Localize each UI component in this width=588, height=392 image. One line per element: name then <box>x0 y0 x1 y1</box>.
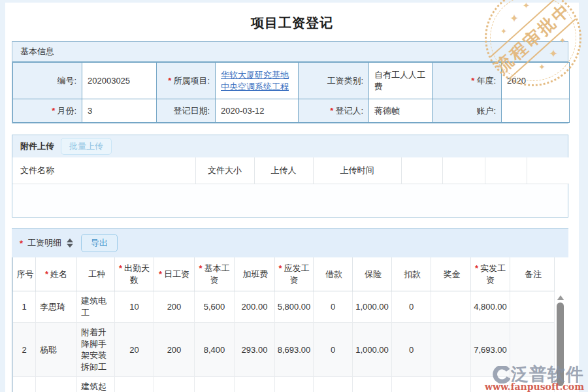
table-row: 文件名称 文件大小 上传人 上传时间 <box>12 157 569 184</box>
attachments-section: 附件上传 批量上传 文件名称 文件大小 上传人 上传时间 <box>12 135 568 218</box>
table-row: 序号 *姓名 工种 *出勤天数 *日工资 *基本工资 加班费 *应发工资 借款 … <box>13 257 570 291</box>
fanpu-logo-icon <box>493 366 510 384</box>
cell: 1,000.00 <box>353 291 392 323</box>
column-header: 扣款 <box>392 257 431 291</box>
cell: 200.00 <box>235 291 275 323</box>
cell: 3 <box>13 377 36 392</box>
cell: 200 <box>154 377 195 392</box>
salary-detail-header-bar: * 工资明细 导出 <box>12 229 568 257</box>
cell: 0 <box>314 323 353 377</box>
table-row: 1 李思琦 建筑电工 10 200 5,600 200.00 5,800.00 … <box>13 291 570 323</box>
attachments-header-bar: 附件上传 批量上传 <box>12 135 568 157</box>
cell: 0 <box>392 323 431 377</box>
field-label: 账户: <box>433 99 502 123</box>
field-label: 编号: <box>13 63 82 99</box>
attachments-table: 文件名称 文件大小 上传人 上传时间 <box>12 157 569 184</box>
field-label: 工资类别: <box>299 63 369 99</box>
field-value <box>502 99 570 123</box>
cell: 0 <box>392 377 431 392</box>
cell: 附着升降脚手架安装拆卸工 <box>77 323 115 377</box>
column-header: *基本工资 <box>195 257 235 291</box>
field-label: *年度: <box>433 63 502 99</box>
salary-detail-title: 工资明细 <box>27 237 61 249</box>
column-header: 加班费 <box>235 257 275 291</box>
batch-upload-button[interactable]: 批量上传 <box>61 138 112 155</box>
column-header: 工种 <box>77 257 115 291</box>
cell: 杨聪 <box>36 323 77 377</box>
cell: 5,600 <box>195 377 235 392</box>
export-button[interactable]: 导出 <box>81 234 118 252</box>
column-header-empty <box>442 157 485 184</box>
column-header: *姓名 <box>36 257 77 291</box>
column-header: 上传人 <box>254 157 313 184</box>
column-header: *出勤天数 <box>115 257 154 291</box>
cell <box>431 323 471 377</box>
cell: 建筑电工 <box>77 291 115 323</box>
scroll-up-icon[interactable] <box>557 295 564 300</box>
cell: 2 <box>13 323 36 377</box>
table-row: 编号: 202003025 *所属项目: 华软大厦研究基地中央空调系统工程 工资… <box>13 63 570 99</box>
cell: 5,800.00 <box>275 291 314 323</box>
column-header: 文件名称 <box>12 157 195 184</box>
column-header: 文件大小 <box>195 157 254 184</box>
cell: 20 <box>115 323 154 377</box>
attachments-empty-area <box>12 184 568 217</box>
column-header: *应发工资 <box>275 257 314 291</box>
field-value: 202003025 <box>82 63 157 99</box>
cell: 1 <box>13 291 36 323</box>
column-header-empty <box>401 157 442 184</box>
cell: 5,600 <box>195 291 235 323</box>
page-sheet: 项目工资登记 基本信息 编号: 202003025 *所属项目: 华软大厦研究基… <box>5 3 579 392</box>
field-value: 2020-03-12 <box>216 99 299 123</box>
sort-icon[interactable] <box>67 238 73 248</box>
cell: 0 <box>392 291 431 323</box>
project-link[interactable]: 华软大厦研究基地中央空调系统工程 <box>221 70 289 91</box>
cell <box>431 377 471 392</box>
page-title: 项目工资登记 <box>5 3 579 32</box>
cell: 8,400 <box>195 323 235 377</box>
field-label: 登记日期: <box>157 99 216 123</box>
cell: 李思琦 <box>36 291 77 323</box>
cell: 8,693.00 <box>275 323 314 377</box>
field-value: 华软大厦研究基地中央空调系统工程 <box>216 63 299 99</box>
cell: 建筑起重机械安装拆卸工 <box>77 377 115 392</box>
cell: 0 <box>314 377 353 392</box>
column-header: *实发工资 <box>471 257 510 291</box>
cell: 0 <box>314 291 353 323</box>
column-header-empty <box>485 157 527 184</box>
column-header: 借款 <box>314 257 353 291</box>
cell: 30 <box>115 377 154 392</box>
field-value: 3 <box>82 99 157 123</box>
column-header: 上传时间 <box>313 157 401 184</box>
cell: 200 <box>154 323 195 377</box>
cell: 1,000.00 <box>353 323 392 377</box>
cell: 390.00 <box>235 377 275 392</box>
field-label: *月份: <box>13 99 82 123</box>
field-value: 蒋德帧 <box>369 99 433 123</box>
column-header: 备注 <box>510 257 555 291</box>
attachments-title: 附件上传 <box>20 140 54 152</box>
cell: 5,990.00 <box>275 377 314 392</box>
cell: 4,800.00 <box>471 291 510 323</box>
field-label: *所属项目: <box>157 63 216 99</box>
column-header: 保险 <box>353 257 392 291</box>
cell: 1,000.00 <box>353 377 392 392</box>
field-value: 自有工人人工费 <box>369 63 433 99</box>
cell: 10 <box>115 291 154 323</box>
cell: 杨力 <box>36 377 77 392</box>
brand-url: www.fanpusoft.com <box>485 382 584 392</box>
field-value: 2020 <box>502 63 570 99</box>
cell <box>431 291 471 323</box>
column-header-empty <box>527 157 569 184</box>
basic-info-table: 编号: 202003025 *所属项目: 华软大厦研究基地中央空调系统工程 工资… <box>12 62 570 123</box>
cell: 293.00 <box>235 323 275 377</box>
table-row: *月份: 3 登记日期: 2020-03-12 *登记人: 蒋德帧 账户: <box>13 99 570 123</box>
column-header: *日工资 <box>154 257 195 291</box>
column-header: 奖金 <box>431 257 471 291</box>
cell <box>510 291 555 323</box>
scrollbar-column <box>555 257 570 291</box>
basic-info-section: 基本信息 编号: 202003025 *所属项目: 华软大厦研究基地中央空调系统… <box>12 41 568 123</box>
field-label: *登记人: <box>299 99 369 123</box>
cell: 200 <box>154 291 195 323</box>
column-header: 序号 <box>13 257 36 291</box>
